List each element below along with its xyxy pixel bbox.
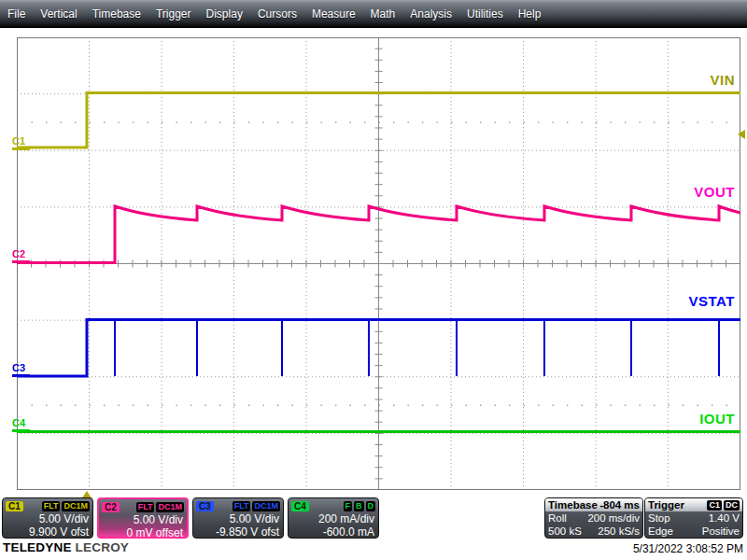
channel-marker-c1[interactable]: C1 <box>12 136 30 150</box>
menu-item-file[interactable]: File <box>0 7 33 21</box>
channel-tag-dc1m: DC1M <box>252 501 280 511</box>
channel-scale: 5.00 V/div <box>3 512 92 525</box>
timebase-row-1: 500 kS250 kS/s <box>545 525 642 538</box>
trigger-badge-dc: DC <box>724 500 740 511</box>
trigger-level-icon[interactable] <box>738 130 745 139</box>
menu-item-trigger[interactable]: Trigger <box>148 7 199 21</box>
menu-item-timebase[interactable]: Timebase <box>85 7 148 21</box>
channel-tags: FLTDC1M <box>40 501 90 511</box>
channel-marker-c2[interactable]: C2 <box>12 249 30 263</box>
datetime-display: 5/31/2022 3:08:52 PM <box>633 542 743 555</box>
trace-label-vstat: VSTAT <box>689 293 735 309</box>
trace-label-iout: IOUT <box>699 411 735 427</box>
channel-tag-flt: FLT <box>136 502 155 512</box>
trigger-badge-c1: C1 <box>707 500 722 511</box>
trigger-row-value: Positive <box>702 525 740 538</box>
channel-tag-dc1m: DC1M <box>62 501 90 511</box>
timebase-row-label: Roll <box>548 511 567 525</box>
menu-bar: FileVerticalTimebaseTriggerDisplayCursor… <box>0 0 747 28</box>
logo-lecroy: LECROY <box>76 540 129 554</box>
trigger-row-1: EdgePositive <box>645 525 742 538</box>
waveform-graticule <box>17 37 740 490</box>
channel-scale: 5.00 V/div <box>193 512 283 525</box>
channel-tag-flt: FLT <box>42 501 61 511</box>
channel-box-c1[interactable]: C1FLTDC1M5.00 V/div9.900 V ofst <box>2 497 93 539</box>
menu-item-display[interactable]: Display <box>199 7 250 21</box>
timebase-delay: -804 ms <box>599 499 640 511</box>
trigger-header: TriggerC1DC <box>645 498 742 511</box>
channel-offset: -600.0 mA <box>289 525 378 539</box>
channel-id-badge: C4 <box>291 501 309 511</box>
channel-offset: 9.900 V ofst <box>3 525 92 539</box>
timebase-header: Timebase-804 ms <box>545 498 642 511</box>
channel-box-c2[interactable]: C2FLTDC1M5.00 V/div0 mV offset <box>97 497 189 539</box>
timebase-row-value: 250 kS/s <box>598 525 640 538</box>
channel-tag-b: B <box>354 501 364 511</box>
channel-scale: 200 mA/div <box>289 512 378 525</box>
trigger-row-label: Stop <box>648 511 670 525</box>
channel-id-badge: C3 <box>196 501 214 511</box>
channel-scale: 5.00 V/div <box>99 513 187 526</box>
trace-c3-pulses <box>115 320 719 377</box>
timebase-row-0: Roll200 ms/div <box>545 511 642 525</box>
channel-box-header: C3FLTDC1M <box>193 498 283 512</box>
channel-offset: 0 mV offset <box>99 526 187 539</box>
channel-tag-flt: FLT <box>233 501 251 511</box>
channel-tag-f: F <box>344 501 353 511</box>
channel-tags: FLTDC1M <box>134 502 184 512</box>
menu-item-vertical[interactable]: Vertical <box>33 7 84 21</box>
menu-item-help[interactable]: Help <box>511 7 549 21</box>
channel-box-header: C4FBD <box>289 498 378 512</box>
trigger-row-value: 1.40 V <box>709 511 740 525</box>
trace-label-vin: VIN <box>710 72 735 88</box>
trigger-badges: C1DC <box>705 500 740 511</box>
menu-item-measure[interactable]: Measure <box>304 7 363 21</box>
channel-tag-dc1m: DC1M <box>156 502 184 512</box>
menu-item-math[interactable]: Math <box>363 7 403 21</box>
timebase-box[interactable]: Timebase-804 msRoll200 ms/div500 kS250 k… <box>544 497 643 539</box>
channel-id-badge: C2 <box>102 502 120 512</box>
trigger-title: Trigger <box>648 499 684 511</box>
timebase-title: Timebase <box>548 499 598 511</box>
oscilloscope-screen: FileVerticalTimebaseTriggerDisplayCursor… <box>0 0 747 560</box>
timebase-row-value: 200 ms/div <box>587 511 640 525</box>
menu-item-analysis[interactable]: Analysis <box>402 7 459 21</box>
channel-offset: -9.850 V ofst <box>193 525 283 539</box>
channel-box-header: C2FLTDC1M <box>99 499 187 513</box>
trigger-box[interactable]: TriggerC1DCStop1.40 VEdgePositive <box>644 497 743 539</box>
menu-item-cursors[interactable]: Cursors <box>250 7 304 21</box>
channel-id-badge: C1 <box>6 501 23 511</box>
trace-label-vout: VOUT <box>694 184 735 200</box>
trigger-row-label: Edge <box>648 525 673 538</box>
teledyne-lecroy-logo: TELEDYNELECROY <box>3 540 129 554</box>
channel-box-c4[interactable]: C4FBD200 mA/div-600.0 mA <box>288 497 379 539</box>
channel-tag-d: D <box>366 501 376 511</box>
logo-teledyne: TELEDYNE <box>3 540 72 554</box>
channel-marker-c3[interactable]: C3 <box>12 363 30 377</box>
trigger-row-0: Stop1.40 V <box>645 511 742 525</box>
menu-item-utilities[interactable]: Utilities <box>459 7 511 21</box>
channel-box-header: C1FLTDC1M <box>3 498 92 512</box>
channel-tags: FLTDC1M <box>231 501 280 511</box>
channel-tags: FBD <box>342 501 376 511</box>
channel-marker-c4[interactable]: C4 <box>12 418 30 432</box>
channel-box-c3[interactable]: C3FLTDC1M5.00 V/div-9.850 V ofst <box>192 497 284 539</box>
timebase-row-label: 500 kS <box>548 525 582 538</box>
